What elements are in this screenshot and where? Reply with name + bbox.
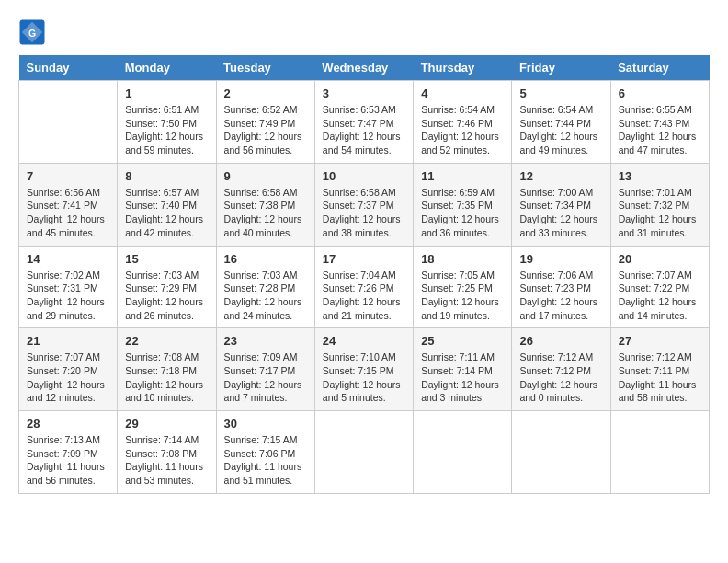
day-number: 19: [519, 252, 602, 266]
day-info: Sunrise: 6:51 AM Sunset: 7:50 PM Dayligh…: [125, 103, 208, 157]
header-day-saturday: Saturday: [610, 55, 709, 81]
calendar-week-3: 14Sunrise: 7:02 AM Sunset: 7:31 PM Dayli…: [19, 246, 710, 328]
day-number: 21: [27, 334, 109, 348]
day-number: 18: [421, 252, 504, 266]
calendar-cell: 16Sunrise: 7:03 AM Sunset: 7:28 PM Dayli…: [216, 246, 314, 328]
day-info: Sunrise: 7:01 AM Sunset: 7:32 PM Dayligh…: [619, 186, 701, 240]
day-info: Sunrise: 6:53 AM Sunset: 7:47 PM Dayligh…: [323, 103, 405, 157]
calendar-cell: 7Sunrise: 6:56 AM Sunset: 7:41 PM Daylig…: [19, 163, 118, 246]
day-number: 14: [27, 252, 109, 266]
day-number: 7: [27, 169, 109, 183]
day-number: 27: [619, 334, 701, 348]
calendar-cell: 8Sunrise: 6:57 AM Sunset: 7:40 PM Daylig…: [118, 163, 216, 246]
calendar-cell: 20Sunrise: 7:07 AM Sunset: 7:22 PM Dayli…: [610, 246, 709, 328]
day-number: 20: [619, 252, 701, 266]
day-info: Sunrise: 7:11 AM Sunset: 7:14 PM Dayligh…: [421, 350, 504, 405]
day-number: 5: [519, 86, 602, 100]
calendar-cell: 19Sunrise: 7:06 AM Sunset: 7:23 PM Dayli…: [512, 246, 610, 328]
day-info: Sunrise: 7:10 AM Sunset: 7:15 PM Dayligh…: [323, 350, 405, 405]
calendar-cell: 23Sunrise: 7:09 AM Sunset: 7:17 PM Dayli…: [216, 328, 314, 411]
calendar-cell: 26Sunrise: 7:12 AM Sunset: 7:12 PM Dayli…: [512, 328, 610, 411]
day-number: 9: [224, 169, 307, 183]
day-info: Sunrise: 7:07 AM Sunset: 7:22 PM Dayligh…: [619, 269, 701, 323]
day-number: 12: [519, 169, 602, 183]
day-number: 3: [323, 86, 405, 100]
calendar-cell: 27Sunrise: 7:12 AM Sunset: 7:11 PM Dayli…: [610, 328, 709, 411]
day-number: 26: [519, 334, 602, 348]
day-info: Sunrise: 7:03 AM Sunset: 7:29 PM Dayligh…: [125, 269, 208, 323]
calendar-cell: 28Sunrise: 7:13 AM Sunset: 7:09 PM Dayli…: [19, 411, 118, 494]
calendar-cell: 30Sunrise: 7:15 AM Sunset: 7:06 PM Dayli…: [216, 411, 314, 494]
calendar-cell: 12Sunrise: 7:00 AM Sunset: 7:34 PM Dayli…: [512, 163, 610, 246]
calendar-cell: 15Sunrise: 7:03 AM Sunset: 7:29 PM Dayli…: [118, 246, 216, 328]
calendar-cell: 29Sunrise: 7:14 AM Sunset: 7:08 PM Dayli…: [118, 411, 216, 494]
calendar-week-4: 21Sunrise: 7:07 AM Sunset: 7:20 PM Dayli…: [19, 328, 710, 411]
calendar-cell: 2Sunrise: 6:52 AM Sunset: 7:49 PM Daylig…: [216, 81, 314, 164]
day-number: 1: [125, 86, 208, 100]
header-day-friday: Friday: [512, 55, 610, 81]
day-info: Sunrise: 7:00 AM Sunset: 7:34 PM Dayligh…: [519, 186, 602, 240]
day-number: 28: [27, 417, 109, 431]
calendar-cell: 13Sunrise: 7:01 AM Sunset: 7:32 PM Dayli…: [610, 163, 709, 246]
calendar-cell: 4Sunrise: 6:54 AM Sunset: 7:46 PM Daylig…: [414, 81, 512, 164]
calendar-cell: [512, 411, 610, 494]
day-info: Sunrise: 6:59 AM Sunset: 7:35 PM Dayligh…: [421, 186, 504, 240]
day-info: Sunrise: 7:06 AM Sunset: 7:23 PM Dayligh…: [519, 269, 602, 323]
calendar-cell: 9Sunrise: 6:58 AM Sunset: 7:38 PM Daylig…: [216, 163, 314, 246]
day-info: Sunrise: 6:54 AM Sunset: 7:46 PM Dayligh…: [421, 103, 504, 157]
day-info: Sunrise: 6:58 AM Sunset: 7:37 PM Dayligh…: [323, 186, 405, 240]
logo: G: [18, 18, 50, 46]
day-number: 6: [619, 86, 701, 100]
header-day-monday: Monday: [118, 55, 216, 81]
day-number: 16: [224, 252, 307, 266]
day-info: Sunrise: 6:55 AM Sunset: 7:43 PM Dayligh…: [619, 103, 701, 157]
calendar-cell: 21Sunrise: 7:07 AM Sunset: 7:20 PM Dayli…: [19, 328, 118, 411]
calendar-table: SundayMondayTuesdayWednesdayThursdayFrid…: [18, 55, 710, 494]
day-number: 13: [619, 169, 701, 183]
day-info: Sunrise: 7:15 AM Sunset: 7:06 PM Dayligh…: [224, 433, 307, 488]
calendar-header-row: SundayMondayTuesdayWednesdayThursdayFrid…: [19, 55, 710, 81]
day-info: Sunrise: 6:58 AM Sunset: 7:38 PM Dayligh…: [224, 186, 307, 240]
day-info: Sunrise: 7:13 AM Sunset: 7:09 PM Dayligh…: [27, 433, 109, 488]
day-info: Sunrise: 7:12 AM Sunset: 7:12 PM Dayligh…: [519, 350, 602, 405]
svg-text:G: G: [28, 28, 36, 39]
calendar-cell: [314, 411, 413, 494]
day-number: 22: [125, 334, 208, 348]
calendar-cell: 24Sunrise: 7:10 AM Sunset: 7:15 PM Dayli…: [314, 328, 413, 411]
day-number: 25: [421, 334, 504, 348]
day-number: 30: [224, 417, 307, 431]
day-number: 2: [224, 86, 307, 100]
day-info: Sunrise: 6:52 AM Sunset: 7:49 PM Dayligh…: [224, 103, 307, 157]
day-info: Sunrise: 6:56 AM Sunset: 7:41 PM Dayligh…: [27, 186, 109, 240]
day-number: 15: [125, 252, 208, 266]
header-day-wednesday: Wednesday: [314, 55, 413, 81]
day-number: 17: [323, 252, 405, 266]
calendar-cell: 5Sunrise: 6:54 AM Sunset: 7:44 PM Daylig…: [512, 81, 610, 164]
day-number: 29: [125, 417, 208, 431]
calendar-cell: 22Sunrise: 7:08 AM Sunset: 7:18 PM Dayli…: [118, 328, 216, 411]
calendar-cell: 1Sunrise: 6:51 AM Sunset: 7:50 PM Daylig…: [118, 81, 216, 164]
day-number: 23: [224, 334, 307, 348]
calendar-cell: 10Sunrise: 6:58 AM Sunset: 7:37 PM Dayli…: [314, 163, 413, 246]
day-number: 11: [421, 169, 504, 183]
calendar-cell: 6Sunrise: 6:55 AM Sunset: 7:43 PM Daylig…: [610, 81, 709, 164]
calendar-cell: [414, 411, 512, 494]
day-info: Sunrise: 7:02 AM Sunset: 7:31 PM Dayligh…: [27, 269, 109, 323]
calendar-cell: [19, 81, 118, 164]
logo-icon: G: [18, 18, 46, 46]
day-number: 8: [125, 169, 208, 183]
day-info: Sunrise: 7:08 AM Sunset: 7:18 PM Dayligh…: [125, 350, 208, 405]
day-info: Sunrise: 6:57 AM Sunset: 7:40 PM Dayligh…: [125, 186, 208, 240]
calendar-cell: 18Sunrise: 7:05 AM Sunset: 7:25 PM Dayli…: [414, 246, 512, 328]
day-info: Sunrise: 7:12 AM Sunset: 7:11 PM Dayligh…: [619, 350, 701, 405]
header-day-thursday: Thursday: [414, 55, 512, 81]
day-info: Sunrise: 7:07 AM Sunset: 7:20 PM Dayligh…: [27, 350, 109, 405]
day-info: Sunrise: 7:03 AM Sunset: 7:28 PM Dayligh…: [224, 269, 307, 323]
header-day-tuesday: Tuesday: [216, 55, 314, 81]
calendar-cell: 3Sunrise: 6:53 AM Sunset: 7:47 PM Daylig…: [314, 81, 413, 164]
calendar-cell: 11Sunrise: 6:59 AM Sunset: 7:35 PM Dayli…: [414, 163, 512, 246]
calendar-cell: 25Sunrise: 7:11 AM Sunset: 7:14 PM Dayli…: [414, 328, 512, 411]
calendar-cell: 17Sunrise: 7:04 AM Sunset: 7:26 PM Dayli…: [314, 246, 413, 328]
calendar-week-1: 1Sunrise: 6:51 AM Sunset: 7:50 PM Daylig…: [19, 81, 710, 164]
calendar-cell: 14Sunrise: 7:02 AM Sunset: 7:31 PM Dayli…: [19, 246, 118, 328]
